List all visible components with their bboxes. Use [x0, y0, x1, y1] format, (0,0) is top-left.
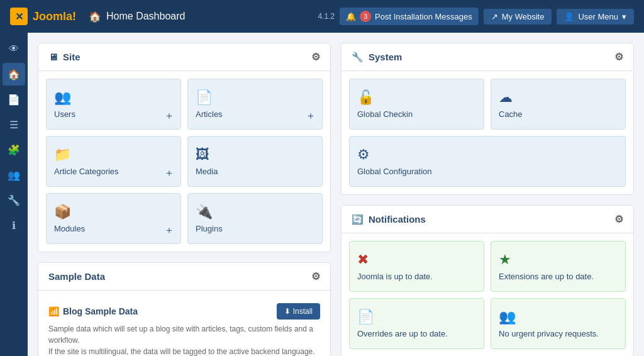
notifications-title: 🔄 Notifications [352, 214, 426, 225]
privacy-label: No urgent privacy requests. [499, 329, 599, 338]
sample-item-title: 📶 Blog Sample Data [48, 306, 138, 316]
categories-label: Article Categories [54, 167, 119, 176]
notifications-body: ✖ Joomla is up to date. ★ Extensions are… [341, 233, 633, 356]
sidebar-item-menus[interactable]: ☰ [3, 113, 25, 136]
system-panel-header: 🔧 System ⚙ [341, 43, 633, 71]
install-button[interactable]: ⬇ Install [277, 303, 320, 320]
user-menu-button[interactable]: 👤 User Menu ▾ [557, 9, 634, 25]
cache-label: Cache [499, 109, 523, 119]
sidebar-item-preview[interactable]: 👁 [3, 38, 25, 60]
modules-item[interactable]: 📦 Modules ＋ [46, 193, 181, 244]
sidebar-item-users[interactable]: 👥 [3, 164, 25, 186]
system-panel-gear-icon[interactable]: ⚙ [614, 51, 623, 63]
article-categories-item[interactable]: 📁 Article Categories ＋ [46, 136, 181, 187]
navbar: ✕ Joomla! 🏠 Home Dashboard 4.1.2 🔔 3 Pos… [0, 0, 644, 33]
sample-data-panel: Sample Data ⚙ 📶 Blog Sample Data ⬇ [38, 262, 331, 356]
brand: ✕ Joomla! [10, 8, 76, 25]
sidebar-item-info[interactable]: ℹ [3, 214, 25, 236]
cache-item[interactable]: ☁ Cache [491, 79, 626, 130]
bell-icon: 🔔 [346, 12, 356, 21]
system-panel-title: 🔧 System [352, 52, 402, 63]
sample-item-header: 📶 Blog Sample Data ⬇ Install [48, 303, 320, 320]
main-layout: 👁 🏠 📄 ☰ 🧩 👥 🔧 ℹ 🖥 Site ⚙ [0, 33, 644, 356]
categories-add-button[interactable]: ＋ [164, 167, 174, 180]
notifications-gear-icon[interactable]: ⚙ [614, 213, 623, 225]
brand-text: Joomla! [33, 10, 76, 23]
joomla-uptodate-label: Joomla is up to date. [357, 272, 433, 281]
right-column: 🔧 System ⚙ 🔓 Global Checkin ☁ Cache [341, 43, 634, 356]
system-grid: 🔓 Global Checkin ☁ Cache ⚙ Global Config… [349, 79, 626, 187]
left-column: 🖥 Site ⚙ 👥 Users ＋ 📄 Artic [38, 43, 331, 356]
notifications-header: 🔄 Notifications ⚙ [341, 206, 633, 233]
system-panel: 🔧 System ⚙ 🔓 Global Checkin ☁ Cache [341, 43, 634, 195]
site-panel-header: 🖥 Site ⚙ [38, 43, 330, 71]
sample-item-description: Sample data which will set up a blog sit… [48, 323, 320, 356]
plugins-icon: 🔌 [196, 204, 213, 220]
global-checkin-item[interactable]: 🔓 Global Checkin [349, 79, 484, 130]
articles-add-button[interactable]: ＋ [306, 109, 316, 123]
chevron-down-icon: ▾ [622, 12, 626, 21]
sidebar-item-components[interactable]: 🧩 [3, 138, 25, 161]
overrides-uptodate-item: 📄 Overrides are up to date. [349, 298, 484, 349]
modules-icon: 📦 [54, 204, 71, 220]
joomla-check-icon: ✖ [357, 252, 369, 268]
modules-add-button[interactable]: ＋ [164, 224, 174, 237]
overrides-uptodate-label: Overrides are up to date. [357, 329, 448, 338]
site-panel-gear-icon[interactable]: ⚙ [311, 51, 320, 63]
site-panel: 🖥 Site ⚙ 👥 Users ＋ 📄 Artic [38, 43, 331, 252]
plugins-label: Plugins [196, 224, 223, 233]
download-icon: ⬇ [284, 307, 291, 316]
sidebar-item-content[interactable]: 📄 [3, 88, 25, 111]
post-install-button[interactable]: 🔔 3 Post Installation Messages [340, 8, 479, 25]
sample-data-body: 📶 Blog Sample Data ⬇ Install Sample data… [38, 291, 330, 356]
user-icon: 👤 [564, 12, 574, 21]
sample-data-title: Sample Data [48, 271, 105, 282]
sample-data-gear-icon[interactable]: ⚙ [311, 270, 320, 282]
media-label: Media [196, 167, 218, 176]
refresh-icon: 🔄 [352, 214, 364, 225]
home-icon: 🏠 [89, 11, 101, 23]
site-panel-title: 🖥 Site [48, 52, 80, 62]
monitor-icon: 🖥 [48, 52, 58, 62]
articles-item[interactable]: 📄 Articles ＋ [187, 79, 323, 130]
system-panel-body: 🔓 Global Checkin ☁ Cache ⚙ Global Config… [341, 71, 633, 194]
users-add-button[interactable]: ＋ [164, 109, 174, 123]
modules-label: Modules [54, 224, 85, 233]
blog-sample-item: 📶 Blog Sample Data ⬇ Install Sample data… [46, 298, 323, 356]
global-config-item[interactable]: ⚙ Global Configuration [349, 136, 626, 187]
privacy-item: 👥 No urgent privacy requests. [491, 298, 626, 349]
page-title: 🏠 Home Dashboard [89, 11, 310, 23]
extensions-uptodate-label: Extensions are up to date. [499, 272, 594, 281]
media-item[interactable]: 🖼 Media [187, 136, 323, 187]
users-item[interactable]: 👥 Users ＋ [46, 79, 181, 130]
cloud-icon: ☁ [499, 89, 513, 106]
navbar-right: 4.1.2 🔔 3 Post Installation Messages ↗ M… [318, 8, 634, 25]
users-icon: 👥 [54, 89, 71, 106]
categories-icon: 📁 [54, 147, 71, 163]
sidebar-item-home[interactable]: 🏠 [3, 63, 25, 86]
notifications-panel: 🔄 Notifications ⚙ ✖ Joomla is up to date… [341, 205, 634, 356]
plugins-item[interactable]: 🔌 Plugins [187, 193, 323, 244]
sidebar: 👁 🏠 📄 ☰ 🧩 👥 🔧 ℹ [0, 33, 28, 356]
sidebar-item-system[interactable]: 🔧 [3, 189, 25, 211]
star-icon: ★ [499, 252, 511, 268]
global-checkin-label: Global Checkin [357, 109, 413, 119]
users-label: Users [54, 109, 75, 119]
config-icon: ⚙ [357, 147, 370, 163]
privacy-icon: 👥 [499, 309, 516, 325]
dashboard-content: 🖥 Site ⚙ 👥 Users ＋ 📄 Artic [28, 33, 644, 356]
wifi-icon: 📶 [48, 306, 59, 316]
notification-count: 3 [360, 11, 371, 22]
articles-label: Articles [196, 109, 223, 119]
site-grid: 👥 Users ＋ 📄 Articles ＋ 📁 Article Categor… [46, 79, 323, 244]
notifications-grid: ✖ Joomla is up to date. ★ Extensions are… [349, 241, 626, 349]
my-website-button[interactable]: ↗ My Website [484, 9, 552, 25]
sample-data-header: Sample Data ⚙ [38, 263, 330, 291]
joomla-uptodate-item: ✖ Joomla is up to date. [349, 241, 484, 292]
external-link-icon: ↗ [491, 12, 498, 21]
site-panel-body: 👥 Users ＋ 📄 Articles ＋ 📁 Article Categor… [38, 71, 330, 252]
extensions-uptodate-item: ★ Extensions are up to date. [491, 241, 626, 292]
joomla-logo: ✕ [10, 8, 28, 25]
media-icon: 🖼 [196, 147, 209, 163]
global-config-label: Global Configuration [357, 167, 432, 176]
